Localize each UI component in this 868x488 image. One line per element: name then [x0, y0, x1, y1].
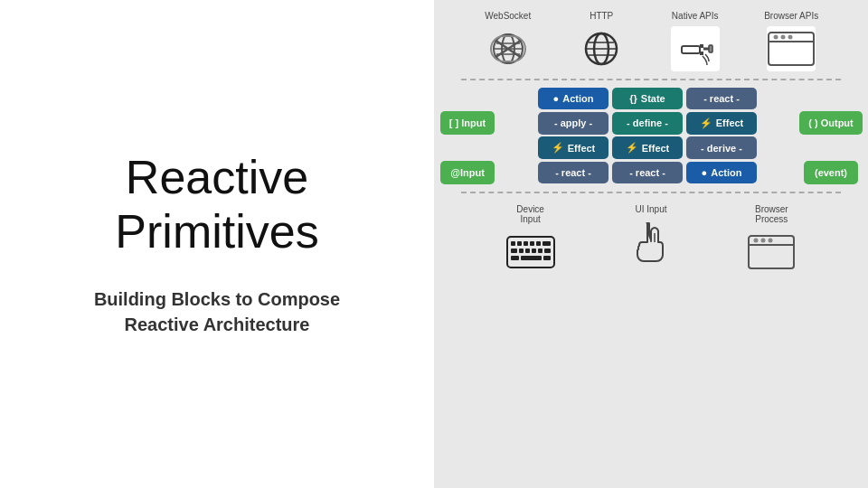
browser-process-icon	[747, 230, 796, 275]
svg-rect-35	[544, 249, 551, 253]
svg-point-21	[781, 35, 786, 40]
react-label-3: - react -	[629, 167, 665, 178]
keyboard-icon	[506, 230, 555, 275]
apply-label: - apply -	[554, 117, 592, 128]
effect-label-1: Effect	[716, 117, 744, 128]
svg-rect-38	[543, 256, 551, 260]
svg-rect-15	[700, 52, 703, 55]
native-apis-group: Native APIs	[671, 11, 720, 71]
svg-point-20	[774, 35, 778, 40]
svg-rect-17	[709, 45, 712, 52]
row2-center: - apply - - define - ⚡ Effect	[499, 112, 796, 135]
bottom-dashed-separator	[461, 192, 841, 193]
diagram-row-2: [ ] Input - apply - - define - ⚡ Effect …	[439, 111, 863, 135]
state-label: State	[641, 93, 665, 104]
react-pill-3[interactable]: - react -	[612, 162, 683, 183]
http-icon	[577, 26, 626, 71]
row3-center: ⚡ Effect ⚡ Effect - derive -	[499, 136, 796, 159]
svg-rect-25	[517, 241, 522, 246]
websocket-group: WebSocket	[484, 11, 533, 71]
curly-icon: {}	[629, 93, 637, 104]
svg-rect-32	[525, 249, 530, 253]
effect-label-2: Effect	[568, 143, 596, 154]
svg-rect-30	[511, 249, 517, 253]
svg-rect-34	[538, 249, 542, 253]
native-apis-icon	[671, 26, 720, 71]
diagram-wrapper: ● Action {} State - react - [ ] Input	[434, 88, 868, 184]
action-pill-1[interactable]: ● Action	[538, 88, 609, 109]
svg-point-44	[754, 239, 759, 243]
circle-icon-1: ●	[553, 93, 560, 104]
top-icons-row: WebSocket HTTP	[434, 0, 868, 71]
bolt-icon-1: ⚡	[700, 117, 712, 129]
derive-label: - derive -	[701, 143, 742, 154]
browser-apis-icon	[767, 26, 816, 71]
svg-rect-14	[700, 44, 703, 48]
react-pill-2[interactable]: - react -	[538, 162, 609, 183]
row4-side-left: @Input	[439, 161, 495, 184]
device-input-group: DeviceInput	[506, 204, 555, 275]
browser-apis-label: Browser APIs	[764, 11, 818, 21]
cursor-icon	[627, 220, 675, 265]
native-apis-label: Native APIs	[672, 11, 719, 21]
row4-center: - react - - react - ● Action	[499, 162, 796, 183]
ui-input-label: UI Input	[635, 204, 666, 214]
svg-point-22	[788, 35, 793, 40]
ui-input-group: UI Input	[627, 204, 675, 265]
bolt-icon-2: ⚡	[552, 142, 564, 154]
react-label-2: - react -	[555, 167, 591, 178]
svg-rect-31	[519, 249, 524, 253]
right-panel: WebSocket HTTP	[434, 0, 868, 488]
effect-label-3: Effect	[642, 143, 670, 154]
define-label: - define -	[627, 117, 668, 128]
action-pill-2[interactable]: ● Action	[686, 162, 757, 183]
svg-rect-13	[682, 46, 700, 53]
derive-pill[interactable]: - derive -	[686, 136, 757, 159]
svg-rect-26	[524, 241, 528, 246]
row4-side-right: (event)	[799, 161, 863, 184]
left-panel: ReactivePrimitives Building Blocks to Co…	[0, 0, 434, 488]
row1-center: ● Action {} State - react -	[499, 88, 796, 109]
action-label-2: Action	[711, 167, 741, 178]
effect-pill-1[interactable]: ⚡ Effect	[686, 112, 757, 135]
define-pill[interactable]: - define -	[612, 112, 683, 135]
row2-side-right: ( ) Output	[799, 111, 863, 135]
input-label[interactable]: [ ] Input	[440, 111, 495, 135]
svg-rect-36	[511, 256, 519, 260]
websocket-label: WebSocket	[485, 11, 531, 21]
top-dashed-separator	[461, 79, 841, 80]
circle-icon-2: ●	[702, 167, 708, 178]
websocket-icon	[484, 26, 533, 71]
svg-rect-24	[511, 241, 515, 246]
svg-rect-29	[542, 241, 551, 246]
svg-point-45	[761, 239, 766, 243]
at-input-label[interactable]: @Input	[440, 161, 495, 184]
browser-process-group: BrowserProcess	[747, 204, 796, 275]
output-label[interactable]: ( ) Output	[799, 111, 862, 135]
react-label-1: - react -	[703, 93, 740, 104]
svg-point-46	[769, 239, 773, 243]
svg-rect-37	[521, 256, 542, 260]
event-label[interactable]: (event)	[804, 161, 858, 184]
diagram-row-3: ⚡ Effect ⚡ Effect - derive -	[439, 136, 863, 159]
browser-apis-group: Browser APIs	[764, 11, 818, 71]
effect-pill-2[interactable]: ⚡ Effect	[538, 136, 609, 159]
device-input-label: DeviceInput	[516, 204, 544, 224]
browser-process-label: BrowserProcess	[755, 204, 788, 224]
http-group: HTTP	[577, 11, 626, 71]
react-pill-1[interactable]: - react -	[686, 88, 757, 109]
bottom-icons-row: DeviceInput	[434, 201, 868, 275]
subtitle: Building Blocks to ComposeReactive Archi…	[94, 286, 340, 337]
apply-pill[interactable]: - apply -	[538, 112, 609, 135]
svg-rect-27	[530, 241, 534, 246]
diagram-row-1: ● Action {} State - react -	[439, 88, 863, 109]
effect-pill-3[interactable]: ⚡ Effect	[612, 136, 683, 159]
svg-rect-28	[536, 241, 541, 246]
main-title: ReactivePrimitives	[115, 151, 318, 259]
http-label: HTTP	[590, 11, 613, 21]
svg-rect-33	[532, 249, 536, 253]
diagram-row-4: @Input - react - - react - ● Action (eve…	[439, 161, 863, 184]
bolt-icon-3: ⚡	[626, 142, 638, 154]
state-pill[interactable]: {} State	[612, 88, 683, 109]
row2-side-left: [ ] Input	[439, 111, 495, 135]
